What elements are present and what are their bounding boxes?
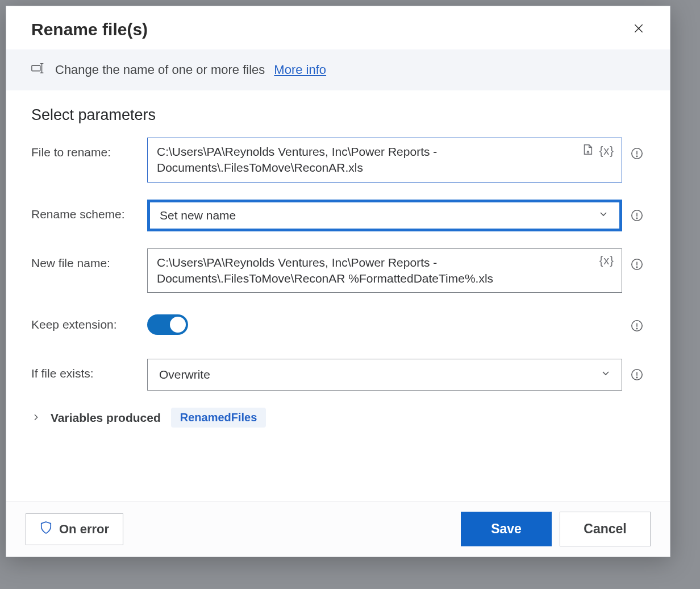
variable-chip-renamedfiles[interactable]: RenamedFiles bbox=[171, 408, 266, 428]
label-file-to-rename: File to rename: bbox=[31, 138, 137, 159]
svg-point-10 bbox=[636, 378, 637, 378]
chevron-right-icon bbox=[31, 411, 40, 425]
variables-produced-row: Variables produced RenamedFiles bbox=[31, 408, 645, 428]
row-new-file-name: New file name: {x} bbox=[31, 248, 645, 293]
on-error-label: On error bbox=[59, 522, 109, 537]
save-button[interactable]: Save bbox=[461, 512, 552, 546]
close-button[interactable] bbox=[629, 20, 648, 39]
file-picker-icon[interactable] bbox=[581, 143, 594, 159]
help-file-to-rename[interactable] bbox=[629, 138, 645, 169]
svg-point-6 bbox=[636, 267, 637, 267]
row-rename-scheme: Rename scheme: Set new name bbox=[31, 200, 645, 231]
label-new-file-name: New file name: bbox=[31, 248, 137, 270]
dialog-body: Select parameters File to rename: {x} bbox=[6, 90, 670, 501]
shield-icon bbox=[40, 521, 52, 538]
select-rename-scheme[interactable]: Set new name bbox=[147, 200, 622, 231]
row-keep-extension: Keep extension: bbox=[31, 310, 645, 342]
svg-point-4 bbox=[636, 218, 637, 218]
more-info-link[interactable]: More info bbox=[274, 63, 326, 77]
chevron-down-icon bbox=[600, 368, 611, 382]
insert-variable-icon[interactable]: {x} bbox=[599, 144, 614, 157]
svg-rect-0 bbox=[32, 65, 40, 70]
help-rename-scheme[interactable] bbox=[629, 200, 645, 231]
toggle-knob bbox=[170, 317, 186, 333]
dialog-title: Rename file(s) bbox=[31, 20, 148, 39]
help-new-file-name[interactable] bbox=[629, 248, 645, 280]
input-tools: {x} bbox=[581, 143, 614, 159]
select-rename-scheme-value: Set new name bbox=[160, 209, 236, 222]
row-file-to-rename: File to rename: {x} bbox=[31, 138, 645, 182]
toggle-keep-extension[interactable] bbox=[147, 314, 188, 335]
dialog-footer: On error Save Cancel bbox=[6, 501, 670, 557]
chevron-down-icon bbox=[598, 208, 609, 222]
cancel-button[interactable]: Cancel bbox=[560, 512, 651, 546]
row-if-file-exists: If file exists: Overwrite bbox=[31, 359, 645, 391]
dialog-titlebar: Rename file(s) bbox=[6, 6, 670, 49]
input-file-to-rename[interactable] bbox=[147, 138, 622, 182]
label-if-file-exists: If file exists: bbox=[31, 359, 137, 380]
insert-variable-icon[interactable]: {x} bbox=[599, 254, 614, 267]
select-if-file-exists[interactable]: Overwrite bbox=[147, 359, 622, 391]
svg-point-2 bbox=[636, 156, 637, 156]
info-bar: Change the name of one or more files Mor… bbox=[6, 49, 670, 90]
svg-point-8 bbox=[636, 329, 637, 329]
variables-produced-label: Variables produced bbox=[51, 411, 161, 425]
rename-action-icon bbox=[31, 62, 46, 78]
on-error-button[interactable]: On error bbox=[26, 513, 123, 545]
info-text: Change the name of one or more files bbox=[55, 63, 265, 77]
label-keep-extension: Keep extension: bbox=[31, 310, 137, 331]
help-keep-extension[interactable] bbox=[629, 310, 645, 342]
input-tools-new-name: {x} bbox=[599, 254, 614, 267]
section-heading: Select parameters bbox=[31, 106, 645, 124]
close-icon bbox=[633, 23, 644, 36]
help-if-file-exists[interactable] bbox=[629, 359, 645, 391]
select-if-file-exists-value: Overwrite bbox=[159, 368, 210, 381]
rename-files-dialog: Rename file(s) Change the name of one or… bbox=[6, 6, 670, 557]
label-rename-scheme: Rename scheme: bbox=[31, 200, 137, 221]
variables-disclosure[interactable] bbox=[31, 411, 40, 425]
input-new-file-name[interactable] bbox=[147, 248, 622, 293]
